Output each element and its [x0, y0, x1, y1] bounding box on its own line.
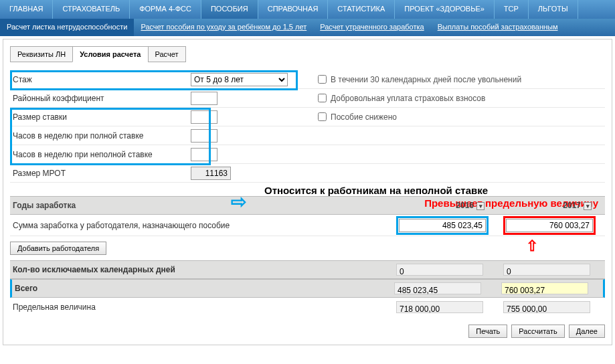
row-raion: Районный коэффициент Добровольная уплата…	[10, 89, 605, 108]
row-total: Всего 485 023,45 760 003,27	[10, 279, 605, 298]
next-button[interactable]: Далее	[569, 325, 605, 338]
excluded-2016: 0	[396, 264, 483, 276]
calculate-button[interactable]: Рассчитать	[511, 325, 564, 338]
tab[interactable]: Условия расчета	[72, 46, 148, 62]
year-2016[interactable]: 2016▾	[391, 201, 498, 210]
add-employer-button[interactable]: Добавить работодателя	[10, 242, 106, 255]
highlight-stavka	[10, 108, 211, 165]
topnav-item[interactable]: ЛЬГОТЫ	[529, 0, 578, 19]
sum-2016-input[interactable]	[399, 219, 486, 232]
content-panel: Реквизиты ЛНУсловия расчетаРасчет Стаж О…	[3, 39, 612, 345]
sub-nav: Расчет листка нетрудоспособностиРасчет п…	[0, 19, 615, 36]
row-sum: Сумма заработка у работодателя, назначаю…	[10, 215, 605, 236]
limit-2016: 718 000,00	[396, 301, 483, 313]
raion-input[interactable]	[191, 92, 217, 105]
highlight-sum-2016	[396, 216, 489, 235]
top-nav: ГЛАВНАЯСТРАХОВАТЕЛЬФОРМА 4-ФССПОСОБИЯСПР…	[0, 0, 615, 19]
tabs: Реквизиты ЛНУсловия расчетаРасчет	[10, 46, 605, 62]
sum-2017-input[interactable]	[506, 219, 593, 232]
annotation-parttime: Относится к работникам на неполной ставк…	[264, 184, 488, 197]
row-excluded: Кол-во исключаемых календарных дней 0 0	[10, 260, 605, 279]
subnav-item[interactable]: Расчет пособия по уходу за ребёнком до 1…	[134, 19, 313, 36]
years-header-label: Годы заработка	[10, 201, 391, 210]
limit-label: Предельная величина	[10, 302, 391, 312]
topnav-item[interactable]: ТСР	[495, 0, 529, 19]
row-limit: Предельная величина 718 000,00 755 000,0…	[10, 298, 605, 316]
topnav-item[interactable]: ГЛАВНАЯ	[0, 0, 53, 19]
chk-after-dismissal-input[interactable]	[318, 75, 327, 84]
topnav-item[interactable]: ПОСОБИЯ	[201, 0, 258, 19]
sum-label: Сумма заработка у работодателя, назначаю…	[10, 221, 391, 230]
excluded-2017: 0	[503, 264, 590, 276]
subnav-item[interactable]: Расчет листка нетрудоспособности	[0, 19, 134, 36]
topnav-item[interactable]: СПРАВОЧНАЯ	[258, 0, 329, 19]
subnav-item[interactable]: Расчет утраченного заработка	[313, 19, 430, 36]
total-2017: 760 003,27	[501, 282, 588, 294]
chevron-down-icon[interactable]: ▾	[476, 202, 485, 210]
arrow-icon-red: ⇧	[526, 238, 538, 255]
year-2017[interactable]: 2017▾	[498, 201, 605, 210]
chk-voluntary[interactable]: Добровольная уплата страховых взносов	[318, 94, 485, 103]
topnav-item[interactable]: СТРАХОВАТЕЛЬ	[53, 0, 130, 19]
chk-voluntary-input[interactable]	[318, 94, 327, 102]
chk-reduced-input[interactable]	[318, 112, 327, 121]
subnav-item[interactable]: Выплаты пособий застрахованным	[431, 19, 565, 36]
total-2016: 485 023,45	[394, 282, 481, 294]
highlight-sum-2017	[503, 216, 596, 235]
footer-buttons: Печать Рассчитать Далее	[10, 325, 605, 338]
form-area: Стаж От 5 до 8 лет В течении 30 календар…	[10, 70, 605, 338]
chevron-down-icon[interactable]: ▾	[584, 202, 592, 210]
print-button[interactable]: Печать	[468, 325, 507, 338]
tab[interactable]: Реквизиты ЛН	[10, 46, 73, 62]
highlight-stazh	[10, 70, 298, 90]
arrow-icon-blue: ⇨	[231, 191, 246, 213]
mrot-label: Размер МРОТ	[10, 169, 191, 178]
excluded-label: Кол-во исключаемых календарных дней	[10, 265, 391, 274]
raion-label: Районный коэффициент	[10, 94, 191, 103]
topnav-item[interactable]: ФОРМА 4-ФСС	[130, 0, 201, 19]
limit-2017: 755 000,00	[503, 301, 590, 313]
topnav-item[interactable]: ПРОЕКТ «ЗДОРОВЬЕ»	[395, 0, 495, 19]
row-mrot: Размер МРОТ	[10, 164, 605, 183]
total-label: Всего	[12, 284, 389, 293]
chk-after-dismissal[interactable]: В течении 30 календарных дней после увол…	[318, 75, 521, 84]
topnav-item[interactable]: СТАТИСТИКА	[328, 0, 395, 19]
mrot-input	[191, 167, 231, 180]
tab[interactable]: Расчет	[148, 46, 186, 62]
chk-reduced[interactable]: Пособие снижено	[318, 112, 397, 122]
